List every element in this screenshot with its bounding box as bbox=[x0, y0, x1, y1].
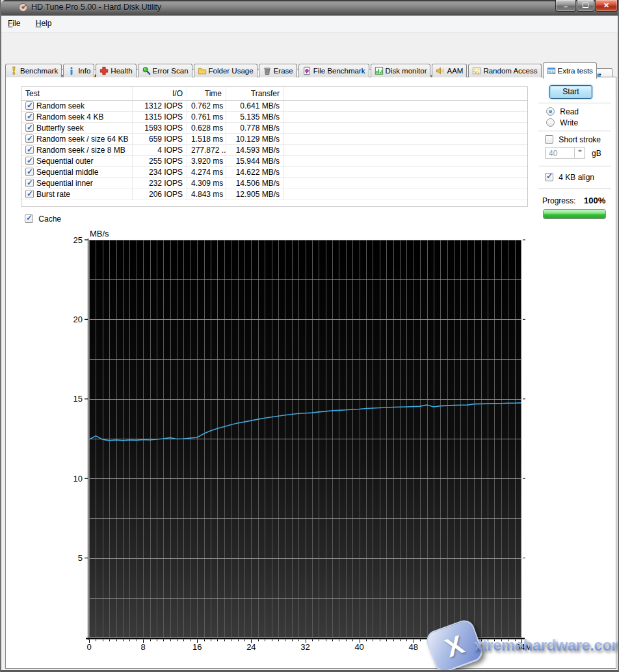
start-button[interactable]: Start bbox=[549, 85, 592, 99]
short-stroke-label: Short stroke bbox=[559, 135, 601, 144]
test-name: Random seek 4 KB bbox=[36, 112, 103, 122]
table-header: Test I/O Time Transfer bbox=[21, 87, 527, 101]
title-bar: HD Tune Pro 5.00 - Hard Disk Utility – ✕ bbox=[1, 0, 619, 16]
close-button[interactable]: ✕ bbox=[595, 0, 618, 12]
filler-cell bbox=[284, 112, 527, 123]
tab-aam[interactable]: AAM bbox=[432, 64, 467, 77]
io-value: 1315 IOPS bbox=[133, 112, 187, 123]
row-checkbox[interactable] bbox=[25, 135, 34, 143]
svg-text:48: 48 bbox=[409, 642, 418, 652]
tab-disk-monitor[interactable]: Disk monitor bbox=[371, 64, 431, 77]
align-label: 4 KB align bbox=[559, 173, 594, 182]
row-checkbox[interactable] bbox=[25, 157, 34, 165]
tab-benchmark[interactable]: Benchmark bbox=[5, 64, 62, 77]
time-value: 3.920 ms bbox=[187, 156, 226, 167]
time-value: 4.309 ms bbox=[187, 178, 226, 189]
align-checkbox[interactable] bbox=[545, 173, 553, 181]
tab-folder-usage[interactable]: Folder Usage bbox=[194, 64, 257, 77]
tab-file-benchmark[interactable]: File Benchmark bbox=[298, 64, 369, 77]
separator bbox=[538, 166, 611, 167]
watermark-text: xtremehardware.com bbox=[474, 636, 619, 654]
tab-erase[interactable]: Erase bbox=[259, 64, 297, 77]
size-value: 40 bbox=[549, 149, 557, 158]
row-checkbox[interactable] bbox=[25, 190, 34, 198]
svg-text:0: 0 bbox=[86, 642, 91, 652]
io-value: 1312 IOPS bbox=[133, 101, 187, 112]
read-radio[interactable] bbox=[546, 107, 555, 116]
filler-cell bbox=[284, 156, 527, 167]
table-row: Random seek 4 KB1315 IOPS0.761 ms5.135 M… bbox=[21, 112, 527, 123]
row-checkbox[interactable] bbox=[25, 101, 34, 110]
maximize-button[interactable] bbox=[577, 0, 594, 12]
io-value: 659 IOPS bbox=[133, 134, 187, 145]
results-table: Test I/O Time Transfer Random seek1312 I… bbox=[21, 86, 528, 207]
benchmark-icon bbox=[9, 66, 18, 75]
tab-bar: Benchmark Info Health Error Scan bbox=[5, 62, 619, 77]
io-value: 232 IOPS bbox=[133, 178, 187, 189]
filler-cell bbox=[284, 123, 527, 134]
minimize-button[interactable]: – bbox=[555, 0, 576, 12]
row-checkbox[interactable] bbox=[25, 179, 34, 187]
cache-label: Cache bbox=[38, 214, 61, 224]
align-row: 4 KB align bbox=[545, 173, 594, 182]
time-value: 0.761 ms bbox=[187, 112, 226, 123]
menu-file[interactable]: File bbox=[1, 16, 27, 31]
transfer-value: 10.129 MB/s bbox=[226, 134, 284, 145]
health-icon bbox=[99, 66, 109, 75]
time-value: 0.762 ms bbox=[187, 101, 226, 112]
table-row: Burst rate206 IOPS4.843 ms12.905 MB/s bbox=[21, 189, 527, 200]
erase-icon bbox=[263, 66, 272, 75]
spinner-buttons[interactable] bbox=[574, 148, 585, 158]
header-filler bbox=[284, 87, 527, 100]
separator bbox=[538, 188, 611, 190]
io-value: 4 IOPS bbox=[133, 145, 187, 156]
transfer-value: 0.778 MB/s bbox=[226, 123, 284, 134]
row-checkbox[interactable] bbox=[25, 168, 34, 176]
header-test: Test bbox=[21, 87, 133, 100]
table-row: Sequential outer255 IOPS3.920 ms15.944 M… bbox=[21, 156, 527, 167]
tab-extra-tests[interactable]: Extra tests bbox=[543, 62, 597, 79]
filler-cell bbox=[284, 189, 527, 200]
error-scan-icon bbox=[142, 66, 151, 75]
test-name: Random seek / size 64 KB bbox=[36, 135, 128, 144]
io-value: 206 IOPS bbox=[133, 189, 187, 200]
cache-row: Cache bbox=[25, 214, 61, 224]
progress-label: Progress: bbox=[542, 196, 575, 205]
file-benchmark-icon bbox=[302, 66, 311, 75]
write-radio-row: Write bbox=[546, 118, 578, 127]
write-radio[interactable] bbox=[546, 118, 555, 127]
io-value: 234 IOPS bbox=[133, 167, 187, 178]
short-stroke-checkbox[interactable] bbox=[545, 135, 553, 144]
svg-text:20: 20 bbox=[73, 315, 83, 324]
io-value: 255 IOPS bbox=[133, 156, 187, 167]
svg-text:5: 5 bbox=[78, 553, 83, 563]
cache-checkbox[interactable] bbox=[25, 214, 33, 223]
row-checkbox[interactable] bbox=[25, 146, 34, 154]
test-name: Random seek / size 8 MB bbox=[36, 146, 125, 155]
row-checkbox[interactable] bbox=[25, 123, 34, 132]
tab-error-scan[interactable]: Error Scan bbox=[138, 64, 192, 77]
row-checkbox[interactable] bbox=[25, 112, 34, 121]
filler-cell bbox=[284, 178, 527, 189]
tab-health[interactable]: Health bbox=[96, 64, 136, 77]
transfer-chart: 2520151050816243240485664MBMB/s bbox=[66, 227, 532, 658]
app-window: HD Tune Pro 5.00 - Hard Disk Utility – ✕… bbox=[0, 0, 619, 672]
app-icon bbox=[18, 3, 28, 12]
svg-text:32: 32 bbox=[300, 642, 310, 652]
tab-random-access[interactable]: Random Access bbox=[468, 64, 541, 77]
minimize-icon: – bbox=[564, 1, 568, 12]
transfer-value: 14.622 MB/s bbox=[226, 167, 284, 178]
header-time: Time bbox=[187, 87, 226, 100]
size-unit-label: gB bbox=[592, 149, 601, 158]
progress-value: 100% bbox=[584, 196, 605, 205]
svg-text:40: 40 bbox=[354, 642, 363, 652]
short-stroke-row: Short stroke bbox=[545, 135, 601, 144]
size-spinner[interactable]: 40 bbox=[545, 148, 585, 159]
separator bbox=[538, 103, 611, 104]
table-row: Random seek / size 8 MB4 IOPS277.872 ...… bbox=[21, 145, 527, 156]
time-value: 277.872 ... bbox=[187, 145, 226, 156]
table-row: Random seek / size 64 KB659 IOPS1.518 ms… bbox=[21, 134, 527, 145]
test-name: Butterfly seek bbox=[36, 123, 84, 133]
menu-help[interactable]: Help bbox=[29, 16, 59, 31]
tab-info[interactable]: Info bbox=[63, 64, 94, 77]
